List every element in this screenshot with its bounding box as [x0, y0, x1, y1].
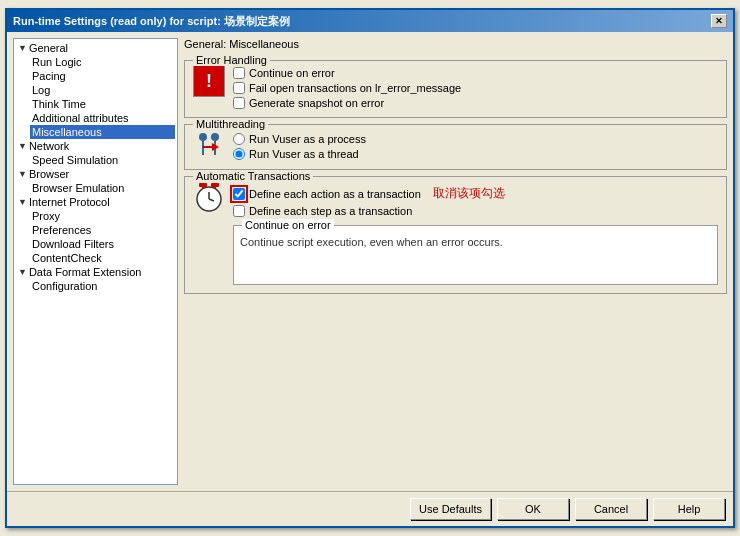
- main-section-title: General: Miscellaneous: [184, 38, 727, 50]
- tree-item-speed[interactable]: Speed Simulation: [30, 153, 175, 167]
- tree-item-dataformat[interactable]: ▼ Data Format Extension: [16, 265, 175, 279]
- tree-item-thinktime[interactable]: Think Time: [30, 97, 175, 111]
- tree-item-preferences[interactable]: Preferences: [30, 223, 175, 237]
- fail-open-trans-checkbox[interactable]: [233, 82, 245, 94]
- tree-item-internet-protocol[interactable]: ▼ Internet Protocol: [16, 195, 175, 209]
- generate-snapshot-checkbox[interactable]: [233, 97, 245, 109]
- error-handling-title: Error Handling: [193, 54, 270, 66]
- expand-icon-general: ▼: [18, 43, 27, 53]
- title-bar: Run-time Settings (read only) for script…: [7, 10, 733, 32]
- define-each-action-row: Define each action as a transaction 取消该项…: [233, 185, 718, 202]
- define-each-step-checkbox[interactable]: [233, 205, 245, 217]
- run-as-thread-radio[interactable]: [233, 148, 245, 160]
- error-handling-group: Error Handling ! Continue on error Fail …: [184, 60, 727, 118]
- tree-item-proxy[interactable]: Proxy: [30, 209, 175, 223]
- tree-item-download-filters[interactable]: Download Filters: [30, 237, 175, 251]
- thread-svg: [193, 129, 225, 161]
- right-panel: General: Miscellaneous Error Handling ! …: [184, 38, 727, 485]
- clock-icon: [193, 181, 225, 213]
- tree-item-additional[interactable]: Additional attributes: [30, 111, 175, 125]
- tree-item-browser[interactable]: ▼ Browser: [16, 167, 175, 181]
- continue-on-error-row: Continue on error: [233, 67, 461, 79]
- tree-item-general[interactable]: ▼ General: [16, 41, 175, 55]
- continue-on-error-box: Continue on error Continue script execut…: [233, 225, 718, 285]
- annotation-text: 取消该项勾选: [433, 185, 505, 202]
- fail-open-trans-row: Fail open transactions on lr_error_messa…: [233, 82, 461, 94]
- close-button[interactable]: ✕: [711, 14, 727, 28]
- tree-panel: ▼ General Run Logic Pacing Log Think Tim…: [13, 38, 178, 485]
- tree-group-general: ▼ General Run Logic Pacing Log Think Tim…: [16, 41, 175, 139]
- svg-point-1: [211, 133, 219, 141]
- tree-label-general: General: [29, 42, 68, 54]
- fail-open-trans-label: Fail open transactions on lr_error_messa…: [249, 82, 461, 94]
- continue-error-text: Continue script execution, even when an …: [240, 232, 711, 248]
- auto-transactions-group: Automatic Transactions: [184, 176, 727, 294]
- tree-item-browser-emulation[interactable]: Browser Emulation: [30, 181, 175, 195]
- cancel-button[interactable]: Cancel: [575, 498, 647, 520]
- svg-point-0: [199, 133, 207, 141]
- expand-icon-dataformat: ▼: [18, 267, 27, 277]
- run-as-thread-label: Run Vuser as a thread: [249, 148, 359, 160]
- tree-item-pacing[interactable]: Pacing: [30, 69, 175, 83]
- define-each-step-row: Define each step as a transaction: [233, 205, 718, 217]
- run-as-thread-row: Run Vuser as a thread: [233, 148, 366, 160]
- expand-icon-network: ▼: [18, 141, 27, 151]
- title-bar-controls: ✕: [711, 14, 727, 28]
- expand-icon-inet: ▼: [18, 197, 27, 207]
- content-area: ▼ General Run Logic Pacing Log Think Tim…: [7, 32, 733, 491]
- define-each-action-label: Define each action as a transaction: [249, 188, 421, 200]
- main-window: Run-time Settings (read only) for script…: [5, 8, 735, 528]
- define-each-action-checkbox[interactable]: [233, 188, 245, 200]
- run-as-process-label: Run Vuser as a process: [249, 133, 366, 145]
- tree-item-log[interactable]: Log: [30, 83, 175, 97]
- tree-item-contentcheck[interactable]: ContentCheck: [30, 251, 175, 265]
- ok-button[interactable]: OK: [497, 498, 569, 520]
- thread-icon: [193, 129, 225, 161]
- continue-on-error-checkbox[interactable]: [233, 67, 245, 79]
- run-as-process-radio[interactable]: [233, 133, 245, 145]
- expand-icon-browser: ▼: [18, 169, 27, 179]
- tree-item-miscellaneous[interactable]: Miscellaneous: [30, 125, 175, 139]
- tree-item-network[interactable]: ▼ Network: [16, 139, 175, 153]
- define-each-step-label: Define each step as a transaction: [249, 205, 412, 217]
- use-defaults-button[interactable]: Use Defaults: [410, 498, 491, 520]
- window-title: Run-time Settings (read only) for script…: [13, 14, 290, 29]
- tree-item-configuration[interactable]: Configuration: [30, 279, 175, 293]
- multithreading-group: Multithreading: [184, 124, 727, 170]
- generate-snapshot-row: Generate snapshot on error: [233, 97, 461, 109]
- tree-item-runlogic[interactable]: Run Logic: [30, 55, 175, 69]
- continue-error-box-title: Continue on error: [242, 219, 334, 231]
- generate-snapshot-label: Generate snapshot on error: [249, 97, 384, 109]
- continue-on-error-label: Continue on error: [249, 67, 335, 79]
- error-icon: !: [193, 65, 225, 97]
- clock-svg: [193, 181, 225, 213]
- run-as-process-row: Run Vuser as a process: [233, 133, 366, 145]
- footer: Use Defaults OK Cancel Help: [7, 491, 733, 526]
- help-button[interactable]: Help: [653, 498, 725, 520]
